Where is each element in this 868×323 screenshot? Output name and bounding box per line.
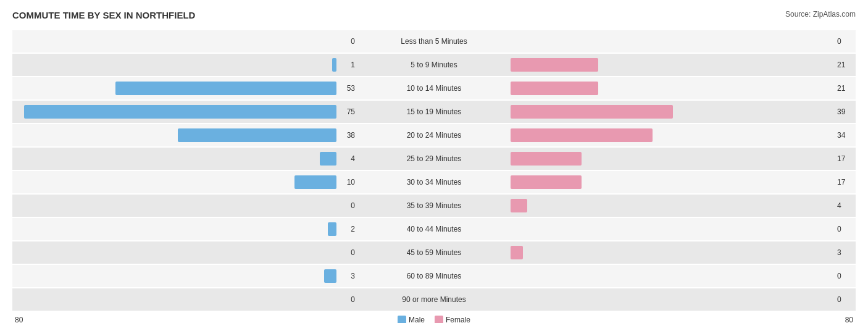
right-section: 21 bbox=[508, 58, 856, 72]
legend-male: Male bbox=[398, 316, 425, 323]
female-value: 17 bbox=[837, 178, 856, 187]
female-value: 0 bbox=[837, 225, 856, 233]
male-bar bbox=[115, 82, 336, 95]
male-swatch bbox=[398, 316, 406, 323]
right-section: 17 bbox=[508, 175, 856, 189]
right-section: 0 bbox=[508, 269, 856, 283]
row-label: 90 or more Minutes bbox=[360, 295, 508, 304]
chart-row: 0 90 or more Minutes 0 bbox=[12, 288, 856, 311]
chart-row: 75 15 to 19 Minutes 39 bbox=[12, 101, 856, 123]
female-value: 4 bbox=[837, 201, 856, 210]
male-value: 38 bbox=[336, 131, 355, 140]
row-label: 40 to 44 Minutes bbox=[360, 225, 508, 233]
left-section: 38 bbox=[12, 128, 360, 142]
row-label: 20 to 24 Minutes bbox=[360, 131, 508, 140]
male-bar-wrap bbox=[12, 105, 336, 119]
female-bar bbox=[511, 58, 598, 72]
left-section: 10 bbox=[12, 175, 360, 189]
male-bar-wrap bbox=[12, 269, 336, 283]
right-section: 21 bbox=[508, 82, 856, 95]
male-value: 0 bbox=[336, 295, 355, 304]
male-bar-wrap bbox=[12, 293, 336, 306]
male-value: 0 bbox=[336, 201, 355, 210]
source-label: Source: ZipAtlas.com bbox=[785, 10, 856, 19]
male-bar bbox=[324, 269, 336, 283]
right-section: 17 bbox=[508, 152, 856, 166]
male-value: 4 bbox=[336, 154, 355, 163]
female-value: 0 bbox=[837, 37, 856, 46]
chart-row: 0 45 to 59 Minutes 3 bbox=[12, 241, 856, 264]
row-label: 60 to 89 Minutes bbox=[360, 272, 508, 280]
male-bar-wrap bbox=[12, 82, 336, 95]
female-legend-label: Female bbox=[446, 316, 470, 323]
female-value: 0 bbox=[837, 272, 856, 280]
chart-row: 3 60 to 89 Minutes 0 bbox=[12, 265, 856, 287]
left-section: 0 bbox=[12, 293, 360, 306]
female-bar-wrap bbox=[511, 293, 835, 306]
chart-row: 10 30 to 34 Minutes 17 bbox=[12, 171, 856, 193]
row-label: 25 to 29 Minutes bbox=[360, 154, 508, 163]
female-bar bbox=[511, 175, 582, 189]
male-value: 53 bbox=[336, 84, 355, 93]
female-value: 34 bbox=[837, 131, 856, 140]
left-section: 0 bbox=[12, 246, 360, 259]
row-label: 5 to 9 Minutes bbox=[360, 61, 508, 69]
right-section: 34 bbox=[508, 128, 856, 142]
male-bar bbox=[24, 105, 336, 119]
female-bar-wrap bbox=[511, 199, 835, 212]
male-bar bbox=[328, 222, 336, 236]
male-bar-wrap bbox=[12, 246, 336, 259]
footer-row: 80 Male Female 80 bbox=[12, 316, 856, 323]
female-value: 3 bbox=[837, 248, 856, 257]
female-bar bbox=[511, 246, 523, 259]
left-section: 0 bbox=[12, 35, 360, 48]
right-section: 3 bbox=[508, 246, 856, 259]
row-label: 35 to 39 Minutes bbox=[360, 201, 508, 210]
male-value: 3 bbox=[336, 272, 355, 280]
left-section: 2 bbox=[12, 222, 360, 236]
female-value: 21 bbox=[837, 84, 856, 93]
male-bar-wrap bbox=[12, 35, 336, 48]
row-label: 15 to 19 Minutes bbox=[360, 107, 508, 116]
female-bar-wrap bbox=[511, 246, 835, 259]
chart-row: 0 35 to 39 Minutes 4 bbox=[12, 195, 856, 217]
female-bar bbox=[511, 82, 598, 95]
male-value: 75 bbox=[336, 107, 355, 116]
right-section: 0 bbox=[508, 35, 856, 48]
female-value: 39 bbox=[837, 107, 856, 116]
male-bar bbox=[320, 152, 336, 166]
row-label: 10 to 14 Minutes bbox=[360, 84, 508, 93]
female-bar-wrap bbox=[511, 105, 835, 119]
female-bar-wrap bbox=[511, 35, 835, 48]
female-bar bbox=[511, 105, 673, 119]
male-bar bbox=[332, 58, 336, 72]
male-value: 2 bbox=[336, 225, 355, 233]
female-bar-wrap bbox=[511, 82, 835, 95]
male-bar bbox=[178, 128, 336, 142]
chart-area: 0 Less than 5 Minutes 0 1 5 to 9 Minutes… bbox=[12, 30, 856, 323]
female-bar bbox=[511, 128, 653, 142]
left-section: 1 bbox=[12, 58, 360, 72]
chart-row: 4 25 to 29 Minutes 17 bbox=[12, 148, 856, 170]
male-bar-wrap bbox=[12, 128, 336, 142]
female-bar-wrap bbox=[511, 175, 835, 189]
male-bar bbox=[294, 175, 336, 189]
right-section: 39 bbox=[508, 105, 856, 119]
female-bar-wrap bbox=[511, 269, 835, 283]
axis-label-left: 80 bbox=[12, 316, 362, 323]
female-bar bbox=[511, 152, 582, 166]
female-value: 21 bbox=[837, 61, 856, 69]
male-legend-label: Male bbox=[409, 316, 425, 323]
row-label: 45 to 59 Minutes bbox=[360, 248, 508, 257]
male-value: 1 bbox=[336, 61, 355, 69]
chart-row: 1 5 to 9 Minutes 21 bbox=[12, 54, 856, 76]
row-label: Less than 5 Minutes bbox=[360, 37, 508, 46]
chart-title: COMMUTE TIME BY SEX IN NORTHFIELD bbox=[12, 10, 195, 20]
legend-female: Female bbox=[435, 316, 470, 323]
left-section: 3 bbox=[12, 269, 360, 283]
male-bar-wrap bbox=[12, 199, 336, 212]
axis-label-right: 80 bbox=[506, 316, 856, 323]
female-swatch bbox=[435, 316, 443, 323]
female-bar-wrap bbox=[511, 152, 835, 166]
left-section: 4 bbox=[12, 152, 360, 166]
